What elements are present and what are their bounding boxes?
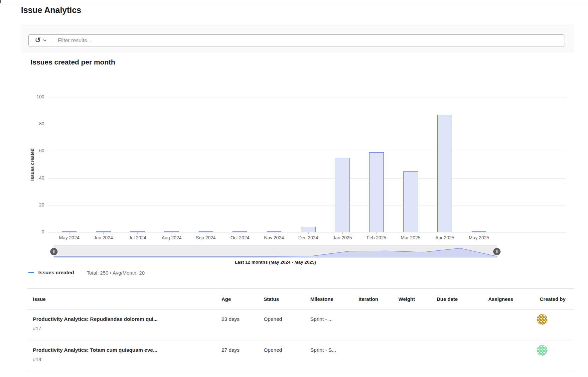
y-tick-label: 0	[21, 229, 44, 234]
filter-bar: ↺	[21, 25, 574, 53]
x-axis-tick	[240, 232, 240, 234]
legend-series-label: Issues created	[38, 270, 74, 276]
top-divider	[0, 3, 588, 3]
y-tick-label: 80	[21, 121, 44, 126]
chart-bar[interactable]	[437, 115, 452, 232]
issue-ref: #14	[33, 356, 216, 363]
x-axis-caption: Last 12 months (May 2024 - May 2025)	[54, 260, 497, 265]
y-tick-label: 40	[21, 175, 44, 181]
x-tick-label: Dec 2024	[291, 235, 325, 240]
x-axis-tick	[411, 232, 411, 234]
y-tick-label: 60	[21, 148, 44, 153]
iteration-cell	[353, 346, 392, 371]
x-tick-label: Oct 2024	[223, 235, 257, 240]
gridline	[48, 205, 565, 205]
x-axis-tick	[479, 232, 479, 234]
x-tick-label: Feb 2025	[360, 235, 393, 240]
x-axis-tick	[308, 232, 309, 234]
issue-ref: #17	[33, 325, 216, 332]
status-cell: Opened	[258, 315, 304, 340]
gridline	[48, 151, 565, 151]
page-title: Issue Analytics	[21, 5, 81, 15]
chart-bar[interactable]	[403, 171, 418, 232]
weight-cell	[392, 346, 431, 371]
filter-history-button[interactable]: ↺	[29, 35, 53, 47]
x-axis-tick	[342, 232, 343, 234]
column-header-created-by: Created by	[534, 296, 574, 302]
y-tick-label: 100	[21, 94, 44, 99]
x-tick-label: Jun 2024	[86, 235, 120, 240]
x-tick-label: Nov 2024	[257, 235, 291, 240]
column-header-status: Status	[258, 296, 304, 302]
column-header-due-date: Due date	[431, 296, 482, 302]
weight-cell	[392, 315, 431, 340]
milestone-cell: Sprint - S...	[304, 346, 353, 371]
history-icon: ↺	[35, 37, 41, 44]
gridline	[48, 124, 565, 124]
issue-cell: Productivity Analytics: Repudiandae dolo…	[27, 315, 216, 340]
slider-minimap	[54, 245, 497, 257]
x-tick-label: May 2025	[462, 235, 496, 240]
x-tick-label: Jul 2024	[120, 235, 154, 240]
x-axis-tick	[376, 232, 377, 234]
gridline	[48, 178, 565, 179]
x-tick-label: Jan 2025	[325, 235, 359, 240]
legend-stats: Total: 250 • Avg/Month: 20	[87, 270, 145, 276]
slider-handle-right[interactable]	[493, 248, 501, 255]
x-tick-label: Apr 2025	[428, 235, 462, 240]
x-axis-tick	[274, 232, 274, 234]
issue-cell: Productivity Analytics: Totam cum quisqu…	[27, 346, 216, 371]
age-cell: 23 days	[216, 315, 258, 340]
assignees-cell	[482, 315, 534, 340]
milestone-cell: Sprint - ...	[304, 315, 353, 340]
chart-bar[interactable]	[301, 227, 316, 232]
chart-range-slider[interactable]	[54, 245, 497, 258]
x-axis-tick	[137, 232, 138, 234]
due-date-cell	[431, 346, 482, 371]
column-header-iteration: Iteration	[353, 296, 392, 302]
column-header-issue: Issue	[27, 296, 216, 302]
chevron-down-icon	[43, 39, 47, 42]
x-tick-label: Aug 2024	[155, 235, 189, 240]
slider-handle-left[interactable]	[50, 248, 58, 255]
legend-dash-icon	[28, 272, 34, 273]
x-tick-label: Sep 2024	[189, 235, 223, 240]
creator-avatar[interactable]	[537, 314, 547, 325]
chart-bar[interactable]	[369, 152, 384, 232]
filter-input-group: ↺	[28, 34, 564, 47]
y-tick-label: 20	[21, 202, 44, 207]
x-axis-tick	[445, 232, 445, 234]
column-header-weight: Weight	[392, 296, 431, 302]
created-by-cell	[534, 346, 574, 371]
issue-title-link[interactable]: Productivity Analytics: Repudiandae dolo…	[33, 315, 216, 323]
x-tick-label: May 2024	[52, 235, 86, 240]
issues-table: IssueAgeStatusMilestoneIterationWeightDu…	[27, 288, 574, 371]
x-axis-tick	[103, 232, 104, 234]
x-axis-tick	[172, 232, 172, 234]
chart-bar[interactable]	[335, 158, 350, 232]
filter-input[interactable]	[53, 35, 564, 47]
due-date-cell	[431, 315, 482, 340]
chart-legend: Issues created Total: 250 • Avg/Month: 2…	[28, 268, 145, 277]
table-row: Productivity Analytics: Repudiandae dolo…	[27, 310, 574, 340]
x-axis-line	[48, 232, 565, 232]
assignees-cell	[482, 346, 534, 371]
x-axis-tick	[69, 232, 70, 234]
issue-title-link[interactable]: Productivity Analytics: Totam cum quisqu…	[33, 346, 216, 354]
iteration-cell	[353, 315, 392, 340]
creator-avatar[interactable]	[537, 345, 547, 356]
x-tick-label: Mar 2025	[394, 235, 428, 240]
column-header-milestone: Milestone	[304, 296, 353, 302]
created-by-cell	[534, 315, 574, 340]
age-cell: 27 days	[216, 346, 258, 371]
column-header-assignees: Assignees	[482, 296, 534, 302]
x-axis-tick	[206, 232, 206, 234]
status-cell: Opened	[258, 346, 304, 371]
gridline	[48, 97, 565, 97]
column-header-age: Age	[216, 296, 258, 302]
chart-title: Issues created per month	[31, 58, 115, 66]
table-row: Productivity Analytics: Totam cum quisqu…	[27, 340, 574, 371]
table-header-row: IssueAgeStatusMilestoneIterationWeightDu…	[27, 288, 574, 310]
